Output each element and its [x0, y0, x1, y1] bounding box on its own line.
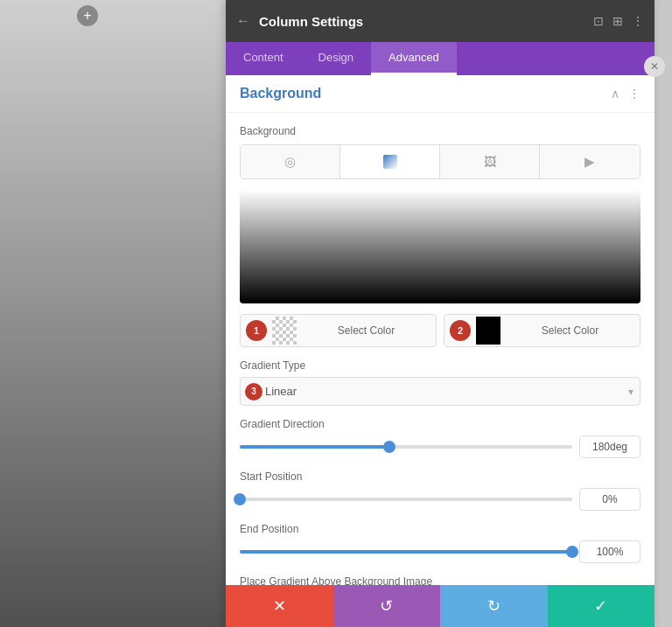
column-settings-panel: ← Column Settings ⊡ ⊞ ⋮ Content Design A…	[226, 0, 654, 627]
stop-1-label: Select Color	[297, 324, 436, 337]
image-icon: 🖼	[484, 155, 496, 169]
plus-icon: +	[83, 9, 91, 23]
place-gradient-label: Place Gradient Above Background Image	[240, 575, 640, 585]
end-position-row: End Position	[240, 523, 640, 563]
section-header-icons: ∧ ⋮	[611, 87, 640, 101]
stop-1-swatch	[272, 317, 297, 345]
stop-1-number: 1	[246, 320, 267, 341]
background-section: Background ∧ ⋮ Background ◎	[226, 75, 654, 585]
fullscreen-icon[interactable]: ⊡	[593, 14, 604, 28]
end-position-input[interactable]	[579, 540, 640, 563]
save-icon: ✓	[594, 596, 607, 616]
add-button[interactable]: +	[77, 5, 98, 26]
end-position-label: End Position	[240, 523, 640, 535]
header-icons: ⊡ ⊞ ⋮	[593, 14, 644, 28]
background-field-label: Background	[240, 125, 640, 137]
video-icon: ▶	[584, 154, 595, 170]
start-position-row: Start Position	[240, 470, 640, 511]
page-background	[0, 0, 228, 627]
menu-icon[interactable]: ⋮	[632, 14, 644, 28]
color-stops: 1 Select Color 2 Select Color	[240, 314, 640, 347]
gradient-type-row: Gradient Type 3 Linear Radial ▾	[240, 359, 640, 406]
panel-title: Column Settings	[259, 14, 593, 29]
end-position-slider[interactable]	[240, 543, 572, 561]
cancel-icon: ✕	[273, 596, 286, 616]
gradient-type-label: Gradient Type	[240, 359, 640, 372]
save-button[interactable]: ✓	[548, 585, 655, 627]
gradient-type-select[interactable]: Linear Radial	[240, 377, 640, 406]
gradient-direction-slider[interactable]	[240, 438, 572, 456]
panel-header: ← Column Settings ⊡ ⊞ ⋮	[226, 0, 654, 42]
start-position-label: Start Position	[240, 470, 640, 483]
stop-2-label: Select Color	[500, 324, 640, 337]
columns-icon[interactable]: ⊞	[612, 14, 623, 28]
undo-icon: ↺	[380, 596, 393, 616]
svg-rect-0	[383, 155, 397, 169]
place-gradient-row: Place Gradient Above Background Image 4 …	[240, 575, 640, 585]
gradient-icon	[382, 154, 398, 170]
section-body: Background ◎	[226, 113, 654, 585]
color-stop-1[interactable]: 1 Select Color	[240, 314, 437, 347]
bg-tab-image[interactable]: 🖼	[440, 145, 540, 178]
gradient-direction-row: Gradient Direction	[240, 418, 640, 458]
redo-icon: ↻	[487, 596, 500, 616]
tabs-bar: Content Design Advanced	[226, 42, 654, 75]
gradient-direction-input[interactable]	[579, 435, 640, 458]
undo-button[interactable]: ↺	[333, 585, 441, 627]
color-stop-2[interactable]: 2 Select Color	[444, 314, 640, 347]
cancel-button[interactable]: ✕	[226, 585, 333, 627]
collapse-icon[interactable]: ∧	[611, 87, 620, 101]
back-icon[interactable]: ←	[236, 13, 250, 29]
start-position-input[interactable]	[579, 488, 640, 511]
gradient-direction-label: Gradient Direction	[240, 418, 640, 430]
panel-close-button[interactable]: ✕	[644, 56, 665, 77]
start-position-slider[interactable]	[240, 491, 572, 508]
end-position-field	[240, 540, 640, 563]
section-menu-icon[interactable]: ⋮	[628, 87, 640, 101]
stop-2-swatch	[476, 317, 500, 345]
panel-content: Background ∧ ⋮ Background ◎	[226, 75, 654, 585]
section-title: Background	[240, 86, 321, 101]
bottom-toolbar: ✕ ↺ ↻ ✓	[226, 585, 654, 627]
stop-2-number: 2	[450, 320, 471, 341]
gradient-type-select-wrap: 3 Linear Radial ▾	[240, 377, 640, 406]
gradient-direction-field	[240, 435, 640, 458]
section-header: Background ∧ ⋮	[226, 75, 654, 113]
tab-content[interactable]: Content	[226, 42, 301, 75]
tab-design[interactable]: Design	[301, 42, 371, 75]
bg-tab-video[interactable]: ▶	[540, 145, 640, 178]
start-position-field	[240, 488, 640, 511]
bg-tab-color[interactable]: ◎	[241, 145, 340, 178]
bg-tab-gradient[interactable]	[340, 145, 440, 178]
redo-button[interactable]: ↻	[440, 585, 548, 627]
color-icon: ◎	[284, 154, 296, 170]
gradient-preview	[240, 190, 640, 303]
tab-advanced[interactable]: Advanced	[371, 42, 457, 75]
background-type-tabs: ◎	[240, 144, 640, 179]
step-3-circle: 3	[245, 383, 262, 401]
